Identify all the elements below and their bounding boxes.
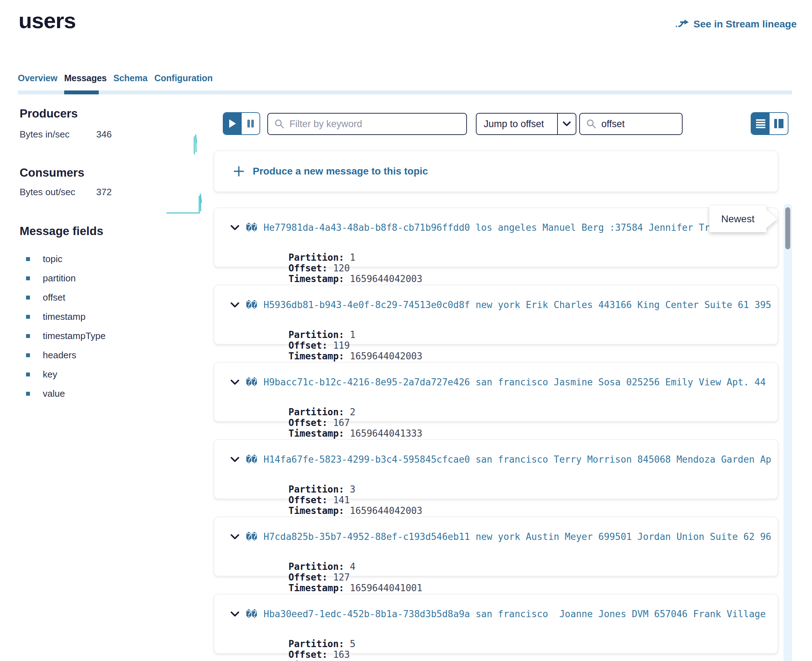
field-label: value <box>43 388 65 399</box>
unknown-glyph-icon: �� <box>246 609 257 619</box>
consumers-heading: Consumers <box>19 166 85 179</box>
list-view-button[interactable] <box>751 113 770 134</box>
bytes-out-metric: Bytes out/sec 372 <box>19 187 205 204</box>
message-meta: Partition: 5 Offset: 163 Timestamp: 1659… <box>244 628 442 661</box>
bytes-out-label: Bytes out/sec <box>19 187 75 198</box>
newest-tooltip-label: Newest <box>709 206 766 232</box>
list-item: key <box>26 365 106 384</box>
chevron-down-icon[interactable] <box>230 302 240 308</box>
message-key-summary: H5936db81-b943-4e0f-8c29-74513e0c0d8f ne… <box>263 300 770 310</box>
chevron-down-icon[interactable] <box>230 225 240 230</box>
chevron-down-icon[interactable] <box>230 379 240 385</box>
messages-panel: Jump to offset <box>214 0 778 661</box>
filter-input-box <box>267 113 467 135</box>
chevron-down-icon <box>557 113 576 134</box>
message-fields-heading: Message fields <box>19 224 103 238</box>
message-key-summary: Hba30eed7-1edc-452b-8b1a-738d3b5d8a9a sa… <box>263 609 770 619</box>
offset-search-box <box>579 113 682 135</box>
produce-message-button[interactable]: Produce a new message to this topic <box>214 151 778 192</box>
bullet-icon <box>26 392 30 396</box>
message-row[interactable]: �� H5936db81-b943-4e0f-8c29-74513e0c0d8f… <box>214 285 778 344</box>
columns-view-icon <box>774 118 784 129</box>
message-row[interactable]: �� He77981da-4a43-48ab-b8f8-cb71b96ffdd0… <box>214 208 778 267</box>
offset-input[interactable] <box>601 118 666 129</box>
pause-icon <box>247 119 255 128</box>
list-view-icon <box>756 119 766 128</box>
bullet-icon <box>26 315 30 319</box>
jump-to-offset-select[interactable]: Jump to offset <box>476 113 577 135</box>
bullet-icon <box>26 372 30 377</box>
chevron-down-icon[interactable] <box>230 534 240 540</box>
unknown-glyph-icon: �� <box>246 222 257 233</box>
list-item: offset <box>26 288 106 307</box>
list-item: topic <box>26 249 106 268</box>
message-fields-list: topic partition offset timestamp timesta… <box>26 249 106 403</box>
bullet-icon <box>26 257 30 261</box>
chevron-down-icon[interactable] <box>230 457 240 462</box>
list-item: headers <box>26 345 106 365</box>
play-pause-group <box>223 112 260 135</box>
search-icon <box>274 119 285 129</box>
topic-messages-page: users See in Stream lineage Overview Mes… <box>0 0 812 661</box>
bytes-in-sparkline <box>190 132 202 158</box>
message-row[interactable]: �� H9bacc71c-b12c-4216-8e95-2a7da727e426… <box>214 362 778 422</box>
unknown-glyph-icon: �� <box>246 377 257 388</box>
bullet-icon <box>26 334 30 338</box>
search-icon <box>586 119 596 129</box>
list-item: partition <box>26 268 106 288</box>
field-label: partition <box>43 273 76 284</box>
field-label: key <box>43 369 57 380</box>
message-row[interactable]: �� H14fa67fe-5823-4299-b3c4-595845cfcae0… <box>214 439 778 499</box>
message-key-summary: H7cda825b-35b7-4952-88ef-c193d546eb11 ne… <box>263 532 770 542</box>
field-label: offset <box>43 292 65 303</box>
bytes-out-sparkline <box>165 190 204 217</box>
unknown-glyph-icon: �� <box>246 300 257 310</box>
bytes-in-label: Bytes in/sec <box>19 129 69 140</box>
bullet-icon <box>26 353 30 357</box>
producers-heading: Producers <box>19 107 78 120</box>
scrollbar-track[interactable] <box>783 204 792 661</box>
play-button[interactable] <box>224 113 242 134</box>
newest-tooltip: Newest <box>709 206 779 232</box>
stats-sidebar: Producers Bytes in/sec 346 Consumers Byt… <box>19 0 205 661</box>
message-key-summary: H9bacc71c-b12c-4216-8e95-2a7da727e426 sa… <box>263 377 770 388</box>
view-toggle-group <box>751 112 788 135</box>
message-row[interactable]: �� Hba30eed7-1edc-452b-8b1a-738d3b5d8a9a… <box>214 594 778 653</box>
scrollbar-thumb[interactable] <box>785 207 790 249</box>
message-row[interactable]: �� H7cda825b-35b7-4952-88ef-c193d546eb11… <box>214 517 778 576</box>
unknown-glyph-icon: �� <box>246 454 257 465</box>
list-item: value <box>26 384 106 403</box>
play-icon <box>229 119 236 128</box>
unknown-glyph-icon: �� <box>246 532 257 542</box>
jump-select-value: Jump to offset <box>477 118 552 129</box>
bullet-icon <box>26 276 30 280</box>
message-key-summary: H14fa67fe-5823-4299-b3c4-595845cfcae0 sa… <box>263 454 770 465</box>
field-label: headers <box>43 350 76 361</box>
message-key-summary: He77981da-4a43-48ab-b8f8-cb71b96ffdd0 lo… <box>263 222 738 233</box>
list-item: timestampType <box>26 326 106 345</box>
tooltip-arrow <box>766 210 777 228</box>
list-item: timestamp <box>26 307 106 326</box>
bytes-out-value: 372 <box>96 187 112 198</box>
bytes-in-value: 346 <box>96 129 112 140</box>
chevron-down-icon[interactable] <box>230 611 240 617</box>
pause-button[interactable] <box>242 113 260 134</box>
plus-icon <box>233 165 245 177</box>
field-label: timestamp <box>43 311 86 322</box>
bullet-icon <box>26 295 30 300</box>
field-label: topic <box>43 254 62 265</box>
field-label: timestampType <box>43 330 106 342</box>
filter-keyword-input[interactable] <box>290 118 460 129</box>
produce-message-label: Produce a new message to this topic <box>253 166 428 177</box>
bytes-in-metric: Bytes in/sec 346 <box>19 129 205 147</box>
columns-view-button[interactable] <box>770 113 788 134</box>
